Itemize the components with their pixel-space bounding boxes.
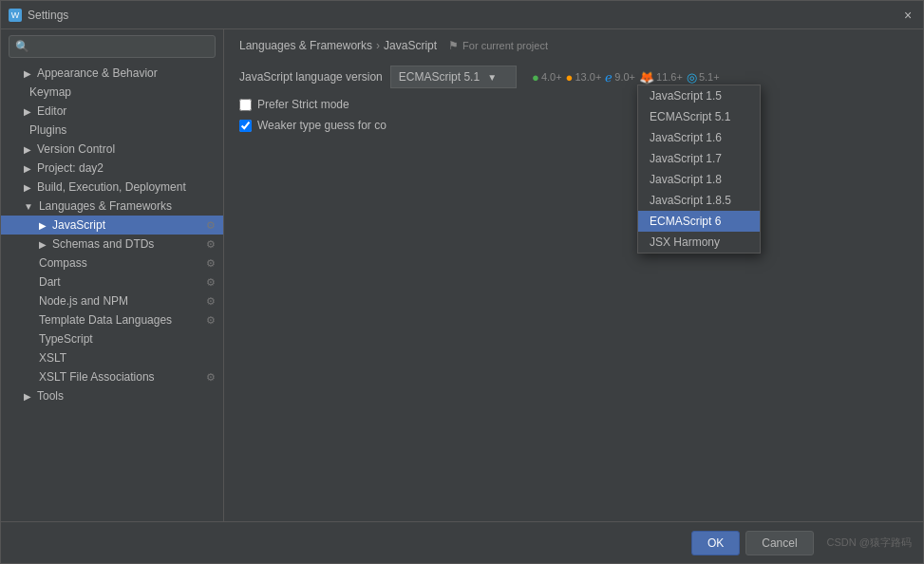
- gear-icon: ⚙: [206, 238, 216, 251]
- arrow-icon: ▼: [24, 201, 33, 212]
- gear-icon: ⚙: [206, 371, 216, 384]
- gear-icon: ⚙: [206, 257, 216, 270]
- dropdown-option-7[interactable]: JSX Harmony: [638, 232, 760, 253]
- language-version-row: JavaScript language version ECMAScript 5…: [239, 66, 908, 88]
- search-icon: 🔍: [15, 40, 29, 53]
- dropdown-option-2[interactable]: JavaScript 1.6: [638, 127, 760, 148]
- sidebar-item-dart[interactable]: Dart ⚙: [1, 273, 223, 291]
- prefer-strict-row: Prefer Strict mode: [239, 98, 908, 111]
- sidebar-item-label: TypeScript: [39, 332, 93, 346]
- settings-dialog: W Settings × 🔍 ▶ Appearance & Behavior K…: [0, 0, 924, 564]
- sidebar-item-appearance[interactable]: ▶ Appearance & Behavior: [1, 64, 223, 83]
- weaker-type-checkbox[interactable]: [239, 120, 252, 132]
- close-button[interactable]: ×: [900, 8, 915, 23]
- sidebar-item-label: Version Control: [37, 142, 115, 156]
- sidebar-item-tools[interactable]: ▶ Tools: [1, 386, 223, 405]
- sidebar-item-label: Project: day2: [37, 161, 104, 175]
- arrow-icon: ▶: [24, 106, 31, 117]
- browser-icons: ● 4.0+ ● 13.0+ ℯ 9.0+ 🦊 11.6+: [532, 70, 720, 85]
- project-tag: For current project: [462, 40, 548, 51]
- ff-version: 11.6+: [656, 71, 683, 83]
- weaker-type-row: Weaker type guess for co: [239, 119, 908, 132]
- safari-version: 5.1+: [699, 71, 720, 83]
- dialog-title: Settings: [28, 9, 68, 22]
- gear-icon: ⚙: [206, 219, 216, 232]
- prefer-strict-checkbox[interactable]: [239, 99, 252, 111]
- ff-icon: 🦊: [639, 70, 654, 85]
- app-icon: W: [9, 9, 22, 22]
- sidebar-item-label: Editor: [37, 104, 66, 118]
- dialog-body: 🔍 ▶ Appearance & Behavior Keymap ▶ Edito…: [1, 29, 923, 521]
- sidebar: 🔍 ▶ Appearance & Behavior Keymap ▶ Edito…: [1, 29, 224, 521]
- arrow-icon: ▶: [24, 144, 31, 155]
- arrow-icon: ▶: [39, 220, 47, 231]
- sidebar-item-label: Tools: [37, 389, 64, 403]
- browser-chrome: ● 4.0+: [532, 70, 562, 85]
- sidebar-item-project[interactable]: ▶ Project: day2: [1, 159, 223, 178]
- sidebar-item-label: Compass: [39, 256, 87, 270]
- arrow-icon: ▶: [24, 391, 31, 402]
- arrow-icon: ▶: [24, 163, 31, 174]
- cancel-button[interactable]: Cancel: [745, 531, 813, 555]
- sidebar-item-nodejs[interactable]: Node.js and NPM ⚙: [1, 291, 223, 310]
- sidebar-item-javascript[interactable]: ▶ JavaScript ⚙: [1, 216, 223, 235]
- chrome-icon: ●: [532, 70, 539, 85]
- version-select-button[interactable]: ECMAScript 5.1 ▼: [390, 66, 517, 88]
- gear-icon: ⚙: [206, 276, 216, 289]
- chrome2-version: 13.0+: [575, 71, 601, 83]
- sidebar-item-compass[interactable]: Compass ⚙: [1, 254, 223, 273]
- dropdown-option-0[interactable]: JavaScript 1.5: [638, 85, 760, 106]
- sidebar-item-xslt[interactable]: XSLT: [1, 348, 223, 367]
- sidebar-item-schemas[interactable]: ▶ Schemas and DTDs ⚙: [1, 235, 223, 254]
- ie-icon: ℯ: [605, 70, 613, 85]
- sidebar-item-label: Node.js and NPM: [39, 294, 128, 308]
- sidebar-item-editor[interactable]: ▶ Editor: [1, 102, 223, 121]
- selected-version-text: ECMAScript 5.1: [399, 70, 480, 84]
- dropdown-option-5[interactable]: JavaScript 1.8.5: [638, 190, 760, 211]
- arrow-icon: ▶: [39, 239, 47, 250]
- language-version-label: JavaScript language version: [239, 70, 383, 84]
- sidebar-item-label: Appearance & Behavior: [37, 66, 158, 80]
- chrome2-icon: ●: [566, 70, 574, 85]
- ie-version: 9.0+: [614, 71, 635, 83]
- sidebar-item-label: Keymap: [29, 85, 71, 99]
- sidebar-item-languages[interactable]: ▼ Languages & Frameworks: [1, 197, 223, 216]
- dropdown-option-1[interactable]: ECMAScript 5.1: [638, 106, 760, 127]
- main-content: Languages & Frameworks › JavaScript ⚑ Fo…: [224, 29, 923, 521]
- breadcrumb-separator: ›: [376, 39, 380, 52]
- version-dropdown[interactable]: ECMAScript 5.1 ▼: [390, 66, 517, 88]
- dropdown-option-3[interactable]: JavaScript 1.7: [638, 148, 760, 169]
- chrome-version: 4.0+: [541, 71, 562, 83]
- dialog-footer: OK Cancel CSDN @猿字路码: [1, 521, 923, 563]
- sidebar-item-version-control[interactable]: ▶ Version Control: [1, 140, 223, 159]
- sidebar-item-typescript[interactable]: TypeScript: [1, 329, 223, 348]
- dropdown-option-4[interactable]: JavaScript 1.8: [638, 169, 760, 190]
- sidebar-item-build[interactable]: ▶ Build, Execution, Deployment: [1, 178, 223, 197]
- safari-icon: ◎: [687, 70, 697, 85]
- search-box[interactable]: 🔍: [9, 35, 216, 58]
- sidebar-item-template[interactable]: Template Data Languages ⚙: [1, 310, 223, 329]
- weaker-type-label: Weaker type guess for co: [257, 119, 387, 132]
- sidebar-item-keymap[interactable]: Keymap: [1, 83, 223, 102]
- browser-chrome2: ● 13.0+: [566, 70, 602, 85]
- sidebar-item-label: Plugins: [29, 123, 66, 137]
- sidebar-item-label: JavaScript: [52, 218, 105, 232]
- sidebar-item-plugins[interactable]: Plugins: [1, 121, 223, 140]
- title-bar: W Settings ×: [1, 1, 923, 29]
- arrow-icon: ▶: [24, 182, 31, 193]
- search-input[interactable]: [33, 40, 209, 53]
- sidebar-item-label: XSLT: [39, 351, 66, 365]
- gear-icon: ⚙: [206, 314, 216, 327]
- browser-ie: ℯ 9.0+: [605, 70, 635, 85]
- sidebar-item-label: Schemas and DTDs: [52, 237, 154, 251]
- breadcrumb-part2: JavaScript: [384, 39, 437, 52]
- sidebar-item-xslt-file[interactable]: XSLT File Associations ⚙: [1, 367, 223, 386]
- sidebar-item-label: Template Data Languages: [39, 313, 172, 327]
- ok-button[interactable]: OK: [691, 531, 740, 555]
- gear-icon: ⚙: [206, 295, 216, 308]
- dropdown-option-6[interactable]: ECMAScript 6: [638, 211, 760, 232]
- sidebar-item-label: Languages & Frameworks: [39, 199, 172, 213]
- title-bar-left: W Settings: [9, 9, 68, 22]
- sidebar-item-label: Dart: [39, 275, 61, 289]
- browser-ff: 🦊 11.6+: [639, 70, 683, 85]
